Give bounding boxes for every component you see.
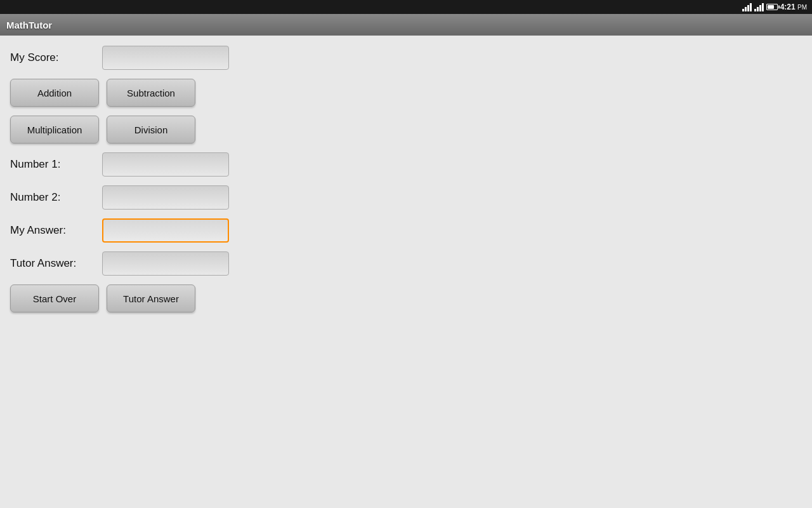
number2-label: Number 2:: [10, 191, 102, 204]
op-buttons-row-1: Addition Subtraction: [10, 79, 802, 107]
status-time: 4:21 PM: [780, 3, 807, 11]
tutor-answer-row: Tutor Answer:: [10, 251, 802, 276]
my-answer-row: My Answer:: [10, 218, 802, 243]
tutor-answer-label: Tutor Answer:: [10, 257, 102, 270]
battery-icon: [766, 4, 778, 10]
my-answer-label: My Answer:: [10, 224, 102, 237]
action-buttons-row: Start Over Tutor Answer: [10, 284, 802, 312]
number2-row: Number 2:: [10, 185, 802, 210]
score-row: My Score:: [10, 46, 802, 70]
tutor-answer-button[interactable]: Tutor Answer: [107, 284, 195, 312]
score-label: My Score:: [10, 51, 102, 64]
battery-fill: [768, 5, 775, 9]
time-value: 4:21: [780, 3, 796, 11]
multiplication-button[interactable]: Multiplication: [10, 116, 99, 144]
number1-label: Number 1:: [10, 158, 102, 171]
number1-input[interactable]: [102, 152, 229, 177]
addition-button[interactable]: Addition: [10, 79, 99, 107]
signal-data-icon: [754, 3, 764, 11]
status-icons: 4:21 PM: [742, 3, 807, 11]
subtraction-button[interactable]: Subtraction: [107, 79, 195, 107]
title-bar: MathTutor: [0, 14, 812, 36]
signal-3g-icon: [742, 3, 752, 11]
score-input[interactable]: [102, 46, 229, 70]
op-buttons-row-2: Multiplication Division: [10, 116, 802, 144]
tutor-answer-input[interactable]: [102, 251, 229, 276]
time-ampm: PM: [797, 4, 807, 11]
main-content: My Score: Addition Subtraction Multiplic…: [0, 36, 812, 508]
number1-row: Number 1:: [10, 152, 802, 177]
start-over-button[interactable]: Start Over: [10, 284, 99, 312]
number2-input[interactable]: [102, 185, 229, 210]
app-title: MathTutor: [6, 20, 52, 30]
my-answer-input[interactable]: [102, 218, 229, 243]
division-button[interactable]: Division: [107, 116, 195, 144]
status-bar: 4:21 PM: [0, 0, 812, 14]
